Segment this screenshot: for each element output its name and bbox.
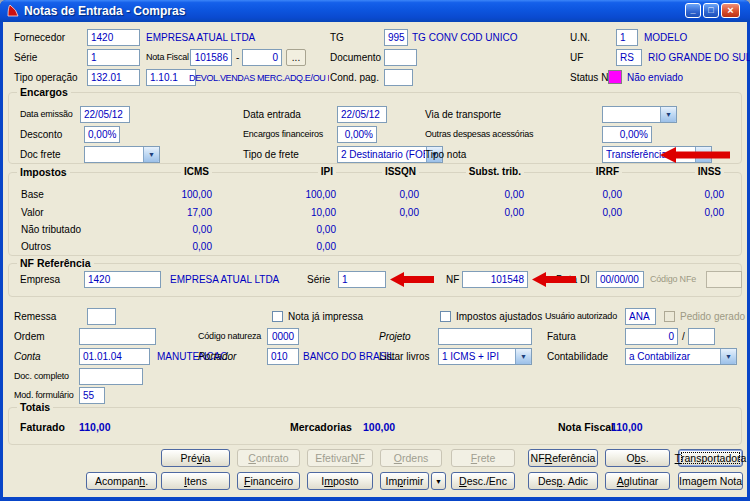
desc-enc-button[interactable]: Desc./Enc	[451, 472, 515, 490]
title-bar: Notas de Entrada - Compras _ □ ×	[0, 0, 750, 22]
imposto-cell: 0,00	[148, 241, 212, 252]
data-di-label: Data DI	[556, 274, 590, 285]
imposto-cell: 0,00	[558, 189, 622, 200]
codigo-natureza-label: Código natureza	[198, 331, 261, 341]
fornecedor-code-field[interactable]: 1420	[87, 29, 140, 46]
tg-code-field[interactable]: 995	[384, 29, 408, 46]
conta-field[interactable]: 01.01.04	[79, 348, 150, 365]
impostos-row-label: Não tributado	[21, 224, 81, 235]
acompanh-button[interactable]: Acompanh.	[86, 472, 157, 490]
pedido-gerado-label: Pedido gerado	[680, 311, 745, 322]
impostos-row-label: Outros	[21, 241, 51, 252]
doc-completo-label: Doc. completo	[14, 371, 69, 381]
uf-code-field[interactable]: RS	[616, 49, 642, 66]
imprimir-menu-button[interactable]: ▼	[431, 472, 446, 490]
chevron-down-icon[interactable]: ▼	[143, 147, 159, 162]
nf-ref-nf-label: NF	[446, 274, 459, 285]
chevron-down-icon[interactable]: ▼	[515, 349, 531, 364]
nota-fiscal-seq-field[interactable]: 0	[242, 49, 282, 66]
nf-referencia-button[interactable]: NF Referência	[528, 449, 598, 467]
col-header-icms: ICMS	[181, 166, 212, 177]
nota-fiscal-field[interactable]: 101586	[190, 49, 232, 66]
empresa-name-text: EMPRESA ATUAL LTDA	[170, 274, 279, 285]
maximize-button[interactable]: □	[703, 3, 719, 18]
data-di-field[interactable]: 00/00/00	[596, 271, 644, 288]
close-button[interactable]: ×	[721, 3, 740, 18]
desp-adic-button[interactable]: Desp. Adic	[528, 472, 598, 490]
impostos-ajustados-checkbox[interactable]	[440, 311, 451, 322]
empresa-code-field[interactable]: 1420	[84, 271, 161, 288]
mercadorias-label: Mercadorias	[290, 421, 352, 433]
nota-ja-impressa-checkbox[interactable]	[272, 311, 283, 322]
data-emissao-field[interactable]: 22/05/12	[80, 106, 130, 123]
imposto-cell: 0,00	[355, 207, 419, 218]
impostos-groupbox: Impostos ICMS IPI ISSQN Subst. trib. IRR…	[8, 172, 742, 256]
pedido-gerado-checkbox	[664, 311, 675, 322]
imposto-cell: 0,00	[148, 224, 212, 235]
tipo-nota-dropdown[interactable]: Transferência ▼	[602, 146, 712, 163]
transportadora-button[interactable]: Transportadora	[678, 449, 743, 467]
remessa-field[interactable]	[87, 308, 116, 325]
nota-fiscal-total-label: Nota Fiscal	[558, 421, 614, 433]
previa-button[interactable]: Prévia	[161, 449, 230, 467]
doc-completo-field[interactable]	[79, 368, 143, 385]
un-code-field[interactable]: 1	[616, 29, 638, 46]
imposto-button[interactable]: Imposto	[307, 472, 373, 490]
codigo-nfe-field	[706, 271, 742, 288]
projeto-field[interactable]	[438, 328, 532, 345]
codigo-natureza-field[interactable]: 0000	[267, 328, 299, 345]
chevron-down-icon[interactable]: ▼	[695, 147, 711, 162]
fatura-separator: /	[682, 331, 685, 342]
nf-ref-nf-field[interactable]: 101548	[462, 271, 528, 288]
portador-field[interactable]: 010	[267, 348, 299, 365]
uf-label: UF	[570, 52, 583, 63]
usuario-autorizado-label: Usuário autorizado	[545, 311, 617, 321]
contabilidade-dropdown[interactable]: a Contabilizar ▼	[625, 348, 737, 365]
imprimir-button[interactable]: Imprimir	[380, 472, 429, 490]
nf-ref-serie-field[interactable]: 1	[338, 271, 386, 288]
desconto-field[interactable]: 0,00%	[84, 126, 120, 143]
financeiro-button[interactable]: Financeiro	[237, 472, 300, 490]
minimize-button[interactable]: _	[685, 3, 701, 18]
remessa-label: Remessa	[14, 311, 56, 322]
mod-formulario-field[interactable]: 55	[79, 387, 105, 404]
nota-fiscal-label: Nota Fiscal	[146, 52, 189, 62]
chevron-down-icon[interactable]: ▼	[720, 349, 736, 364]
documento-label: Documento	[330, 52, 381, 63]
doc-frete-dropdown[interactable]: ▼	[84, 146, 160, 163]
impostos-title: Impostos	[17, 166, 70, 178]
imposto-cell: 0,00	[460, 189, 524, 200]
chevron-down-icon[interactable]: ▼	[660, 107, 676, 122]
outras-despesas-field[interactable]: 0,00%	[602, 126, 652, 143]
imposto-cell: 0,00	[460, 207, 524, 218]
encargos-financeiros-field[interactable]: 0,00%	[337, 126, 377, 143]
un-label: U.N.	[570, 32, 590, 43]
window-title: Notas de Entrada - Compras	[24, 4, 185, 18]
ordem-field[interactable]	[79, 328, 156, 345]
serie-field[interactable]: 1	[87, 49, 140, 66]
data-entrada-field[interactable]: 22/05/12	[337, 106, 387, 123]
fatura-field[interactable]: 0	[625, 328, 678, 345]
browse-button[interactable]: ...	[286, 49, 306, 66]
documento-field[interactable]	[384, 49, 417, 66]
tipo-operacao-code1-field[interactable]: 132.01	[87, 69, 140, 86]
aglutinar-button[interactable]: Aglutinar	[605, 472, 670, 490]
encargos-financeiros-label: Encargos financeiros	[243, 129, 323, 139]
faturado-value: 110,00	[79, 421, 111, 433]
imagem-nota-button[interactable]: Imagem Nota	[678, 472, 743, 490]
mercadorias-value: 100,00	[363, 421, 395, 433]
encargos-title: Encargos	[17, 86, 71, 98]
contrato-button: Contrato	[237, 449, 300, 467]
imposto-cell: 0,00	[272, 224, 336, 235]
listar-livros-dropdown[interactable]: 1 ICMS + IPI ▼	[438, 348, 532, 365]
usuario-autorizado-field[interactable]: ANA	[625, 308, 656, 325]
fatura-seq-field[interactable]	[688, 328, 715, 345]
cond-pag-field[interactable]	[384, 69, 413, 86]
codigo-nfe-label: Código NFe	[650, 274, 696, 284]
data-emissao-label: Data emissão	[20, 109, 73, 119]
obs-button[interactable]: Obs.	[605, 449, 670, 467]
itens-button[interactable]: Itens	[161, 472, 230, 490]
via-transporte-dropdown[interactable]: ▼	[602, 106, 677, 123]
tipo-frete-label: Tipo de frete	[243, 149, 299, 160]
nf-referencia-title: NF Referência	[17, 257, 94, 269]
